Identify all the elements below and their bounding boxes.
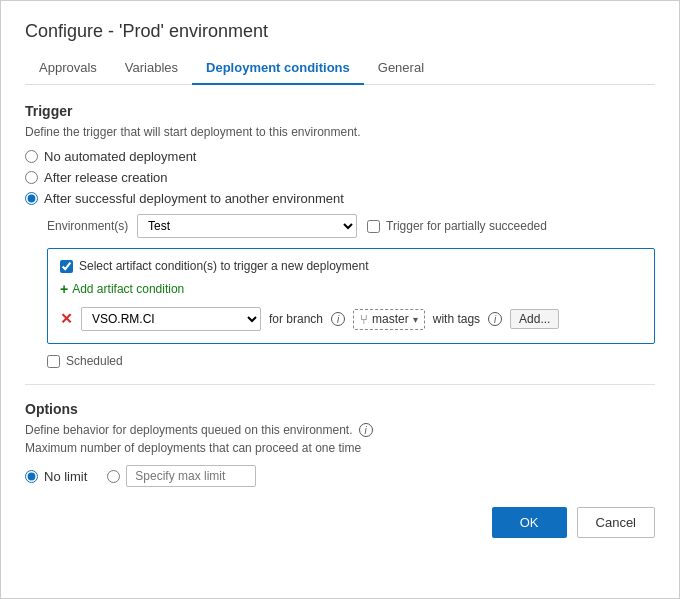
ok-button[interactable]: OK xyxy=(492,507,567,538)
tab-approvals[interactable]: Approvals xyxy=(25,54,111,85)
with-tags-label: with tags xyxy=(433,312,480,326)
artifact-condition-checkbox[interactable] xyxy=(60,260,73,273)
trigger-no-auto[interactable]: No automated deployment xyxy=(25,149,655,164)
for-branch-label: for branch xyxy=(269,312,323,326)
trigger-partial-text: Trigger for partially succeeded xyxy=(386,219,547,233)
cancel-button[interactable]: Cancel xyxy=(577,507,655,538)
specify-limit-input[interactable] xyxy=(126,465,256,487)
options-description: Define behavior for deployments queued o… xyxy=(25,423,655,437)
specify-limit-option[interactable] xyxy=(107,465,256,487)
branch-info-icon[interactable]: i xyxy=(331,312,345,326)
options-desc-text: Define behavior for deployments queued o… xyxy=(25,423,353,437)
artifact-condition-row: ✕ VSO.RM.CI for branch i ⑂ master ▾ with… xyxy=(60,307,642,331)
specify-limit-radio[interactable] xyxy=(107,470,120,483)
tab-deployment-conditions[interactable]: Deployment conditions xyxy=(192,54,364,85)
trigger-description: Define the trigger that will start deplo… xyxy=(25,125,655,139)
trigger-no-auto-label: No automated deployment xyxy=(44,149,196,164)
trigger-after-release-label: After release creation xyxy=(44,170,168,185)
branch-value: master xyxy=(372,312,409,326)
trigger-after-release-radio[interactable] xyxy=(25,171,38,184)
tab-variables[interactable]: Variables xyxy=(111,54,192,85)
trigger-after-deploy-label: After successful deployment to another e… xyxy=(44,191,344,206)
configure-dialog: Configure - 'Prod' environment Approvals… xyxy=(0,0,680,599)
branch-icon: ⑂ xyxy=(360,312,368,327)
trigger-after-deploy[interactable]: After successful deployment to another e… xyxy=(25,191,655,206)
trigger-partial-checkbox[interactable] xyxy=(367,220,380,233)
options-info-icon[interactable]: i xyxy=(359,423,373,437)
limit-row: No limit xyxy=(25,465,655,487)
branch-select-box[interactable]: ⑂ master ▾ xyxy=(353,309,425,330)
scheduled-checkbox[interactable] xyxy=(47,355,60,368)
divider xyxy=(25,384,655,385)
trigger-partial-label[interactable]: Trigger for partially succeeded xyxy=(367,219,547,233)
add-condition-btn[interactable]: + Add artifact condition xyxy=(60,281,642,297)
trigger-after-deploy-radio[interactable] xyxy=(25,192,38,205)
no-limit-radio[interactable] xyxy=(25,470,38,483)
add-tag-btn[interactable]: Add... xyxy=(510,309,559,329)
env-label: Environment(s) xyxy=(47,219,127,233)
remove-artifact-btn[interactable]: ✕ xyxy=(60,310,73,328)
trigger-indent-block: Environment(s) Test Trigger for partiall… xyxy=(47,214,655,368)
no-limit-option[interactable]: No limit xyxy=(25,469,87,484)
trigger-radio-group: No automated deployment After release cr… xyxy=(25,149,655,206)
trigger-after-release[interactable]: After release creation xyxy=(25,170,655,185)
dialog-title: Configure - 'Prod' environment xyxy=(25,21,655,42)
artifact-condition-label: Select artifact condition(s) to trigger … xyxy=(79,259,368,273)
tab-general[interactable]: General xyxy=(364,54,438,85)
plus-icon: + xyxy=(60,281,68,297)
chevron-down-icon: ▾ xyxy=(413,314,418,325)
trigger-title: Trigger xyxy=(25,103,655,119)
env-row: Environment(s) Test Trigger for partiall… xyxy=(47,214,655,238)
artifact-select[interactable]: VSO.RM.CI xyxy=(81,307,261,331)
trigger-no-auto-radio[interactable] xyxy=(25,150,38,163)
footer-buttons: OK Cancel xyxy=(25,507,655,538)
scheduled-label: Scheduled xyxy=(66,354,123,368)
add-condition-label: Add artifact condition xyxy=(72,282,184,296)
no-limit-label: No limit xyxy=(44,469,87,484)
env-select[interactable]: Test xyxy=(137,214,357,238)
tab-bar: Approvals Variables Deployment condition… xyxy=(25,54,655,85)
scheduled-row[interactable]: Scheduled xyxy=(47,354,655,368)
artifact-box: Select artifact condition(s) to trigger … xyxy=(47,248,655,344)
artifact-header: Select artifact condition(s) to trigger … xyxy=(60,259,642,273)
options-title: Options xyxy=(25,401,655,417)
options-max-label: Maximum number of deployments that can p… xyxy=(25,441,655,455)
tags-info-icon[interactable]: i xyxy=(488,312,502,326)
